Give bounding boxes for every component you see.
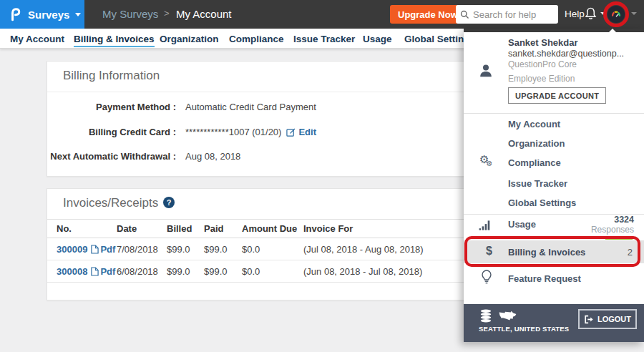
chevron-down-icon [600,12,606,15]
menu-item-feature-request[interactable]: Feature Request [508,273,581,284]
invoice-number-link[interactable]: 300009 [57,244,87,255]
invoice-pdf-link[interactable]: Pdf [100,266,115,277]
pdf-file-icon[interactable] [91,267,99,276]
chevron-down-icon [631,12,637,15]
next-withdrawal-value: Aug 08, 2018 [185,151,240,162]
pdf-file-icon[interactable] [91,245,99,254]
payment-method-value: Automatic Credit Card Payment [185,102,316,112]
menu-item-billing-invoices[interactable]: $ Billing & Invoices 2 [464,240,644,263]
edit-card-link[interactable]: Edit [298,127,316,137]
breadcrumb-separator: > [164,8,170,19]
invoice-pdf-link[interactable]: Pdf [100,244,115,255]
menu-item-compliance[interactable]: Compliance [508,157,561,168]
help-search-box[interactable] [456,5,558,24]
edit-icon[interactable] [286,127,296,137]
invoice-paid: $99.0 [204,238,242,260]
database-icon [479,309,492,323]
card-number-masked: ************1007 (01/20) [185,127,281,137]
payment-method-label: Payment Method : [47,102,176,112]
questionpro-logo-icon [9,6,21,22]
divider [464,113,644,114]
invoice-paid: $99.0 [204,260,242,283]
product-switcher[interactable]: Surveys [0,0,84,29]
invoice-billed: $99.0 [167,260,204,283]
profile-edition: Employee Edition [508,74,575,84]
lightbulb-icon [482,270,492,284]
logout-icon [584,315,594,324]
col-no: No. [47,220,117,238]
breadcrumb-my-account: My Account [176,8,232,20]
usage-unit: Responses [591,225,634,235]
billing-credit-card-value: ************1007 (01/20)Edit [185,127,316,137]
search-icon [460,10,469,19]
menu-item-my-account[interactable]: My Account [508,119,560,129]
tab-my-account[interactable]: My Account [10,34,64,44]
panel-footer: SEATTLE, UNITED STATES LOGOUT [464,304,644,342]
usage-count: 3324 [614,215,634,225]
billing-invoices-label: Billing & Invoices [508,247,585,258]
dollar-icon: $ [486,245,492,258]
invoice-no-cell: 300008Pdf [47,260,117,283]
billing-invoices-badge: 2 [628,247,633,258]
gears-settings-icon: ⚙⚙ [479,152,492,167]
tab-compliance[interactable]: Compliance [229,34,284,44]
invoice-date: 7/08/2018 [117,238,167,260]
invoice-number-link[interactable]: 300008 [57,266,87,277]
col-paid: Paid [204,220,242,238]
profile-email: sanket.shekdar@questionp... [508,49,624,59]
server-location-label: SEATTLE, UNITED STATES [479,325,569,333]
tab-organization[interactable]: Organization [160,34,219,44]
product-name: Surveys [28,9,69,21]
search-input[interactable] [473,9,553,20]
bar-chart-usage-icon [479,220,492,230]
invoice-amount-due: $0.0 [242,238,303,260]
profile-name: Sanket Shekdar [508,37,578,48]
invoice-no-cell: 300009Pdf [47,238,117,260]
col-date: Date [117,220,167,238]
panel-arrow-notch [606,29,619,35]
chevron-down-icon [75,13,81,16]
usage-progress-bar [605,238,633,240]
account-menu-panel: Sanket Shekdar sanket.shekdar@questionp.… [464,29,644,342]
person-icon [478,63,494,79]
col-billed: Billed [167,220,204,238]
upgrade-account-button[interactable]: UPGRADE ACCOUNT [508,87,606,104]
logout-button[interactable]: LOGOUT [578,309,637,329]
tab-global-settings[interactable]: Global Setting [404,34,470,44]
billing-credit-card-label: Billing Credit Card : [47,127,176,137]
help-link[interactable]: Help [565,9,585,19]
logout-label: LOGOUT [597,315,631,323]
menu-item-organization[interactable]: Organization [508,138,565,149]
invoices-receipts-title: Invoices/Receipts? [63,196,175,210]
top-header: Surveys My Surveys > My Account Upgrade … [0,0,644,29]
menu-item-global-settings[interactable]: Global Settings [508,197,576,208]
usa-map-icon [498,311,517,323]
billing-information-title: Billing Information [63,69,160,83]
tab-issue-tracker[interactable]: Issue Tracker [293,34,355,44]
gauge-avatar-icon [610,8,623,21]
profile-product: QuestionPro Core [508,59,577,69]
notifications-bell-icon[interactable] [585,6,597,24]
invoices-title-text: Invoices/Receipts [63,196,158,210]
menu-item-usage[interactable]: Usage [508,219,536,230]
tab-billing-invoices[interactable]: Billing & Invoices [74,34,155,47]
breadcrumb-my-surveys[interactable]: My Surveys [102,8,158,20]
avatar[interactable] [608,6,625,23]
invoice-date: 6/08/2018 [117,260,167,283]
next-withdrawal-label: Next Automatic Withdrawal : [47,151,176,162]
menu-item-issue-tracker[interactable]: Issue Tracker [508,178,567,189]
tab-usage[interactable]: Usage [363,34,392,44]
col-amount-due: Amount Due [242,220,303,238]
invoice-amount-due: $0.0 [242,260,303,283]
upgrade-now-button[interactable]: Upgrade Now [390,5,466,24]
invoice-billed: $99.0 [167,238,204,260]
help-question-icon[interactable]: ? [163,197,175,208]
